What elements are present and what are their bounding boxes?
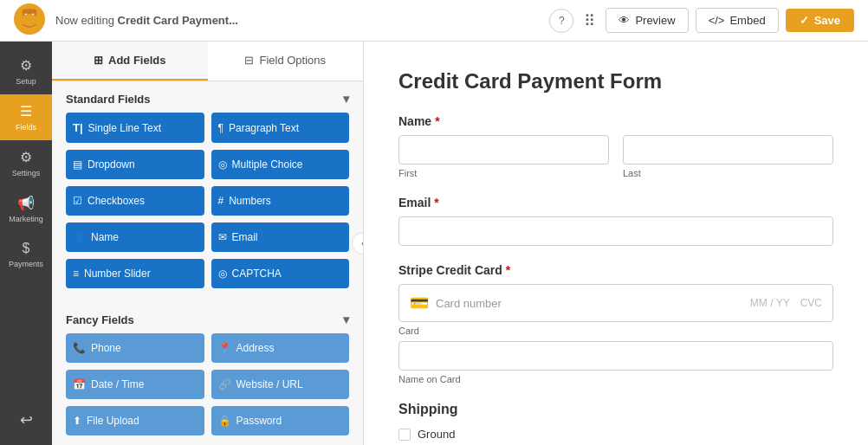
- help-button[interactable]: ?: [549, 9, 573, 33]
- field-datetime[interactable]: 📅 Date / Time: [66, 370, 204, 399]
- sidebar-label-settings: Settings: [12, 169, 41, 177]
- field-single-line-text[interactable]: T| Single Line Text: [66, 113, 204, 143]
- standard-collapse-icon[interactable]: ▾: [343, 92, 349, 106]
- email-required: *: [434, 196, 438, 210]
- datetime-icon: 📅: [73, 378, 86, 390]
- captcha-icon: ◎: [218, 268, 227, 280]
- card-number-placeholder: Card number: [436, 297, 743, 310]
- editing-label: Now editing Credit Card Payment...: [55, 14, 238, 27]
- form-title: Credit Card Payment Form: [398, 69, 833, 94]
- email-input[interactable]: [398, 216, 833, 246]
- tab-field-options[interactable]: ⊟ Field Options: [208, 42, 364, 81]
- fancy-fields-title: Fancy Fields: [66, 313, 134, 326]
- sidebar-item-back[interactable]: ↩: [20, 402, 33, 438]
- field-name[interactable]: 👤 Name: [66, 222, 204, 252]
- field-address[interactable]: 📍 Address: [211, 333, 350, 363]
- standard-fields-title: Standard Fields: [66, 93, 151, 106]
- dropdown-icon: ▤: [73, 158, 82, 171]
- ground-label: Ground: [418, 428, 455, 441]
- tab-add-fields[interactable]: ⊞ Add Fields: [52, 42, 208, 81]
- sidebar-item-marketing[interactable]: 📢 Marketing: [0, 186, 52, 232]
- fancy-collapse-icon[interactable]: ▾: [343, 313, 349, 326]
- ground-checkbox[interactable]: [398, 429, 411, 441]
- card-expiry: MM / YY: [750, 297, 790, 309]
- shipping-title: Shipping: [398, 402, 833, 417]
- sidebar-item-fields[interactable]: ☰ Fields: [0, 94, 52, 140]
- phone-icon: 📞: [73, 342, 86, 354]
- check-icon: ✓: [800, 14, 809, 27]
- first-name-input[interactable]: [398, 135, 609, 164]
- payments-icon: $: [23, 241, 30, 256]
- save-button[interactable]: ✓ Save: [786, 9, 854, 32]
- sidebar-label-setup: Setup: [16, 77, 36, 86]
- fancy-fields-grid: 📞 Phone 📍 Address 📅 Date / Time 🔗 Websit…: [52, 333, 363, 445]
- name-required: *: [435, 114, 439, 128]
- email-icon: ✉: [218, 231, 227, 243]
- website-icon: 🔗: [218, 378, 231, 390]
- back-icon: ↩: [20, 410, 33, 429]
- form-field-shipping: Shipping Ground: [398, 402, 833, 441]
- checkboxes-icon: ☑: [73, 195, 82, 207]
- standard-fields-header: Standard Fields ▾: [52, 81, 363, 113]
- sidebar: ⚙ Setup ☰ Fields ⚙ Settings 📢 Marketing …: [0, 42, 52, 445]
- card-cvc: CVC: [800, 297, 822, 309]
- sidebar-label-fields: Fields: [16, 123, 36, 132]
- field-email[interactable]: ✉ Email: [211, 222, 350, 252]
- code-icon: </>: [709, 14, 725, 27]
- sidebar-item-setup[interactable]: ⚙ Setup: [0, 48, 52, 94]
- form-field-name: Name * First Last: [398, 114, 833, 178]
- sidebar-label-payments: Payments: [9, 260, 43, 268]
- stripe-required: *: [506, 263, 510, 277]
- field-numbers[interactable]: # Numbers: [211, 186, 350, 216]
- field-checkboxes[interactable]: ☑ Checkboxes: [66, 186, 204, 216]
- fields-panel: ⊞ Add Fields ⊟ Field Options Standard Fi…: [52, 42, 364, 445]
- card-right: MM / YY CVC: [750, 297, 822, 309]
- text-icon: T|: [73, 121, 83, 134]
- field-password[interactable]: 🔒 Password: [211, 406, 350, 435]
- add-fields-icon: ⊞: [94, 54, 103, 67]
- stripe-card-box[interactable]: 💳 Card number MM / YY CVC: [398, 284, 833, 322]
- field-paragraph-text[interactable]: ¶ Paragraph Text: [211, 113, 350, 143]
- settings-icon: ⚙: [20, 149, 32, 165]
- panel-tabs: ⊞ Add Fields ⊟ Field Options: [52, 42, 363, 81]
- name-on-card-input[interactable]: [398, 341, 833, 371]
- sidebar-item-payments[interactable]: $ Payments: [0, 232, 52, 277]
- field-file-upload[interactable]: ⬆ File Upload: [66, 406, 204, 435]
- form-field-email: Email *: [398, 196, 833, 246]
- field-phone[interactable]: 📞 Phone: [66, 333, 204, 363]
- logo: [14, 3, 45, 37]
- card-sub-label: Card: [398, 326, 833, 336]
- form-preview: Credit Card Payment Form Name * First La…: [364, 42, 868, 445]
- form-field-stripe: Stripe Credit Card * 💳 Card number MM / …: [398, 263, 833, 384]
- multiple-choice-icon: ◎: [218, 158, 227, 171]
- embed-button[interactable]: </> Embed: [696, 8, 779, 33]
- name-fields-row: First Last: [398, 135, 833, 178]
- last-name-input[interactable]: [623, 135, 833, 164]
- eye-icon: 👁: [619, 14, 630, 27]
- upload-icon: ⬆: [73, 415, 81, 427]
- card-icon: 💳: [410, 293, 429, 313]
- name-icon: 👤: [73, 231, 86, 243]
- fields-icon: ☰: [20, 103, 32, 119]
- standard-fields-grid: T| Single Line Text ¶ Paragraph Text ▤ D…: [52, 113, 363, 302]
- field-number-slider[interactable]: ≡ Number Slider: [66, 259, 204, 288]
- svg-point-6: [22, 14, 37, 24]
- field-website[interactable]: 🔗 Website / URL: [211, 370, 350, 399]
- password-icon: 🔒: [218, 415, 231, 427]
- main-content: ⚙ Setup ☰ Fields ⚙ Settings 📢 Marketing …: [0, 42, 868, 445]
- email-label: Email *: [398, 196, 833, 210]
- first-name-wrap: First: [398, 135, 609, 178]
- grid-button[interactable]: ⠿: [580, 8, 599, 34]
- setup-icon: ⚙: [20, 57, 32, 74]
- name-on-card-label: Name on Card: [398, 374, 833, 384]
- field-captcha[interactable]: ◎ CAPTCHA: [211, 259, 350, 288]
- preview-button[interactable]: 👁 Preview: [606, 8, 688, 33]
- numbers-icon: #: [218, 195, 224, 207]
- sidebar-item-settings[interactable]: ⚙ Settings: [0, 140, 52, 186]
- first-label: First: [398, 168, 609, 178]
- marketing-icon: 📢: [17, 195, 35, 211]
- field-dropdown[interactable]: ▤ Dropdown: [66, 150, 204, 179]
- field-options-icon: ⊟: [244, 54, 254, 67]
- slider-icon: ≡: [73, 268, 79, 280]
- field-multiple-choice[interactable]: ◎ Multiple Choice: [211, 150, 350, 179]
